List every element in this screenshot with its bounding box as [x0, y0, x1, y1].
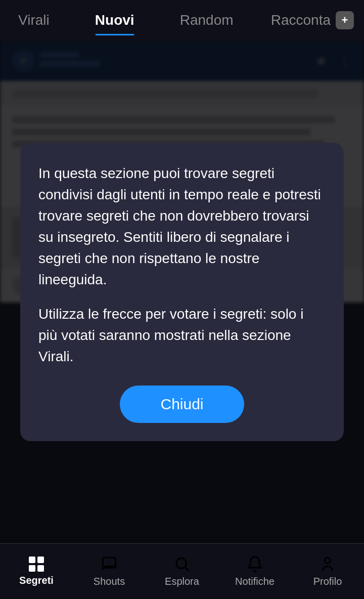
modal-button-wrap: Chiudi [38, 386, 326, 423]
tab-racconta-area[interactable]: Racconta + [271, 11, 354, 29]
content-area: ★ ⋮ [0, 40, 364, 543]
top-navigation: Virali Nuovi Random Racconta + [0, 0, 364, 40]
svg-point-2 [325, 558, 330, 563]
bottom-nav-notifiche[interactable]: Notifiche [230, 555, 280, 587]
modal-body-text: In questa sezione puoi trovare segreti c… [38, 163, 326, 367]
bottom-nav-profilo[interactable]: Profilo [302, 555, 353, 587]
close-modal-button[interactable]: Chiudi [120, 386, 244, 423]
tab-virali[interactable]: Virali [10, 7, 58, 33]
notifiche-icon [246, 555, 263, 573]
segreti-label: Segreti [19, 575, 54, 586]
profilo-label: Profilo [313, 576, 342, 587]
modal-paragraph-1: In questa sezione puoi trovare segreti c… [38, 163, 326, 290]
modal-paragraph-2: Utilizza le frecce per votare i segreti:… [38, 304, 326, 367]
notifiche-label: Notifiche [235, 576, 275, 587]
tab-random[interactable]: Random [172, 7, 242, 33]
racconta-plus-button[interactable]: + [336, 11, 354, 29]
bottom-navigation: Segreti Shouts Esplora Notifiche Profilo [0, 543, 364, 599]
profilo-icon [319, 555, 336, 573]
tab-nuovi[interactable]: Nuovi [87, 7, 143, 33]
bottom-nav-shouts[interactable]: Shouts [84, 555, 134, 587]
info-modal: In questa sezione puoi trovare segreti c… [20, 143, 344, 441]
tab-racconta-label: Racconta [271, 12, 331, 28]
segreti-icon [29, 557, 44, 572]
shouts-label: Shouts [94, 576, 125, 587]
esplora-label: Esplora [165, 576, 199, 587]
shouts-icon [101, 555, 118, 573]
bottom-nav-segreti[interactable]: Segreti [11, 557, 62, 586]
svg-point-1 [176, 559, 187, 569]
esplora-icon [173, 555, 191, 573]
bottom-nav-esplora[interactable]: Esplora [157, 555, 207, 587]
